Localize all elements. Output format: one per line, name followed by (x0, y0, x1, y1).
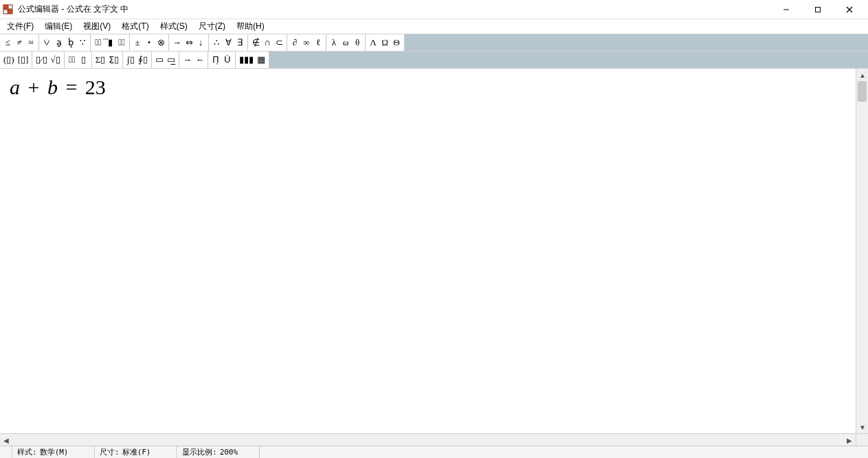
product-template-icon[interactable]: Π̣ (211, 54, 221, 66)
menu-view[interactable]: 视图(V) (78, 19, 116, 34)
group-fences: (▯) [▯] (0, 52, 32, 68)
window-title: 公式编辑器 - 公式在 文字文 中 (18, 3, 129, 15)
embellish-3-icon[interactable]: b̨ (66, 36, 76, 49)
scroll-track-vertical[interactable] (856, 81, 868, 421)
group-greek-upper: Λ Ω Θ (366, 34, 405, 51)
superscript-template-icon[interactable]: ▯ͯ (67, 54, 77, 66)
scroll-down-icon[interactable]: ▼ (856, 421, 868, 433)
arrow-right-icon[interactable]: → (172, 36, 182, 49)
scroll-left-icon[interactable]: ◀ (0, 434, 12, 446)
status-blank (0, 446, 12, 458)
arrow-down-icon[interactable]: ↓ (196, 36, 205, 49)
menu-style[interactable]: 样式(S) (155, 19, 193, 34)
status-zoom-label: 显示比例: (182, 447, 217, 457)
bullet-icon[interactable]: • (144, 36, 154, 49)
group-relations: ≤ ≠ ≈ (0, 34, 39, 51)
lambda-icon[interactable]: λ (329, 36, 339, 49)
horizontal-scrollbar[interactable]: ◀ ▶ (0, 433, 856, 446)
group-subsup: ▯ͯ ▯ (65, 52, 92, 68)
matrix-row-template-icon[interactable]: ▮▮▮ (238, 54, 254, 66)
omega-icon[interactable]: ω (341, 36, 350, 49)
infinity-icon[interactable]: ∞ (302, 36, 311, 49)
group-matrices: ▮▮▮ ▦ (236, 52, 269, 68)
equation-var-b: b (47, 76, 58, 98)
embellish-4-icon[interactable]: ∵ (78, 36, 87, 49)
space-1-icon[interactable]: ▮⃰ (93, 36, 103, 49)
embellish-1-icon[interactable]: ⩒ (42, 36, 52, 49)
Theta-icon[interactable]: Θ (392, 36, 401, 49)
subset-icon[interactable]: ⊂ (274, 36, 284, 49)
paren-template-icon[interactable]: (▯) (3, 54, 15, 66)
scroll-track-horizontal[interactable] (12, 434, 843, 446)
labeled-arrow-left-icon[interactable]: ← (194, 54, 205, 66)
equation-var-a: a (10, 76, 20, 98)
status-style-value: 数学(M) (40, 447, 69, 457)
menu-edit[interactable]: 编辑(E) (39, 19, 78, 34)
partial-icon[interactable]: ∂ (290, 36, 300, 49)
vertical-scrollbar[interactable]: ▲ ▼ (856, 69, 868, 433)
labeled-arrow-right-icon[interactable]: → (182, 54, 192, 66)
equation-rhs: 23 (85, 76, 106, 98)
menu-file[interactable]: 文件(F) (1, 19, 39, 34)
contour-integral-template-icon[interactable]: ∮▯ (137, 54, 148, 66)
group-overunder: ▭ ▭̲ (152, 52, 179, 68)
Lambda-icon[interactable]: Λ (368, 36, 378, 49)
status-size-panel[interactable]: 尺寸: 标准(F) (95, 446, 177, 458)
equation[interactable]: a + b = 23 (10, 76, 106, 99)
Omega-icon[interactable]: Ω (380, 36, 390, 49)
bracket-template-icon[interactable]: [▯] (17, 54, 30, 66)
svg-rect-1 (8, 5, 12, 9)
space-3-icon[interactable]: ▮⃰ (117, 36, 126, 49)
scroll-up-icon[interactable]: ▲ (856, 69, 868, 81)
intersect-icon[interactable]: ∩ (263, 36, 272, 49)
status-size-label: 尺寸: (100, 447, 120, 457)
sum-limits-template-icon[interactable]: Σ̤▯ (108, 54, 120, 66)
overbar-template-icon[interactable]: ▭ (155, 54, 164, 66)
menu-size[interactable]: 尺寸(Z) (193, 19, 231, 34)
notin-icon[interactable]: ∉ (251, 36, 260, 49)
theta-icon[interactable]: θ (353, 36, 362, 49)
radical-template-icon[interactable]: √▯ (50, 54, 61, 66)
statusbar: 样式: 数学(M) 尺寸: 标准(F) 显示比例: 200% (0, 446, 868, 458)
minimize-button[interactable] (770, 0, 802, 19)
plusminus-icon[interactable]: ± (133, 36, 142, 49)
forall-icon[interactable]: ∀ (223, 36, 233, 49)
leq-icon[interactable]: ≤ (3, 36, 12, 49)
underbar-template-icon[interactable]: ▭̲ (166, 54, 176, 66)
ell-icon[interactable]: ℓ (313, 36, 323, 49)
menu-format[interactable]: 格式(T) (116, 19, 154, 34)
union-template-icon[interactable]: U̇ (223, 54, 232, 66)
otimes-icon[interactable]: ⊗ (156, 36, 166, 49)
scroll-right-icon[interactable]: ▶ (843, 434, 856, 446)
group-arrows: → ⇔ ↓ (169, 34, 209, 51)
approx-icon[interactable]: ≈ (26, 36, 36, 49)
svg-rect-3 (8, 10, 12, 14)
group-operators: ± • ⊗ (130, 34, 169, 51)
status-style-panel[interactable]: 样式: 数学(M) (12, 446, 95, 458)
toolbar-filler (405, 34, 868, 51)
group-embellishments: ⩒ a̱ b̨ ∵ (39, 34, 91, 51)
maximize-button[interactable] (802, 0, 834, 19)
group-fractions: ▯⁄▯ √▯ (32, 52, 64, 68)
status-zoom-panel[interactable]: 显示比例: 200% (177, 446, 260, 458)
integral-template-icon[interactable]: ∫▯ (126, 54, 135, 66)
fraction-template-icon[interactable]: ▯⁄▯ (35, 54, 47, 66)
sum-template-icon[interactable]: Σ▯ (95, 54, 107, 66)
group-summation: Σ▯ Σ̤▯ (92, 52, 124, 68)
iff-icon[interactable]: ⇔ (184, 36, 194, 49)
subscript-template-icon[interactable]: ▯ (79, 54, 89, 66)
svg-rect-0 (3, 5, 8, 9)
menubar: 文件(F) 编辑(E) 视图(V) 格式(T) 样式(S) 尺寸(Z) 帮助(H… (0, 19, 868, 34)
app-window: 公式编辑器 - 公式在 文字文 中 文件(F) 编辑(E) 视图(V) 格式(T… (0, 0, 868, 458)
therefore-icon[interactable]: ∴ (212, 36, 221, 49)
equation-canvas[interactable]: a + b = 23 (0, 69, 856, 433)
neq-icon[interactable]: ≠ (14, 36, 24, 49)
matrix-grid-template-icon[interactable]: ▦ (256, 54, 266, 66)
exists-icon[interactable]: ∃ (235, 36, 245, 49)
scroll-thumb-vertical[interactable] (858, 81, 867, 102)
menu-help[interactable]: 帮助(H) (231, 19, 270, 34)
embellish-2-icon[interactable]: a̱ (54, 36, 64, 49)
scroll-corner (856, 433, 868, 446)
close-button[interactable] (834, 0, 865, 19)
space-2-icon[interactable]: ⃛▮ (105, 36, 115, 49)
